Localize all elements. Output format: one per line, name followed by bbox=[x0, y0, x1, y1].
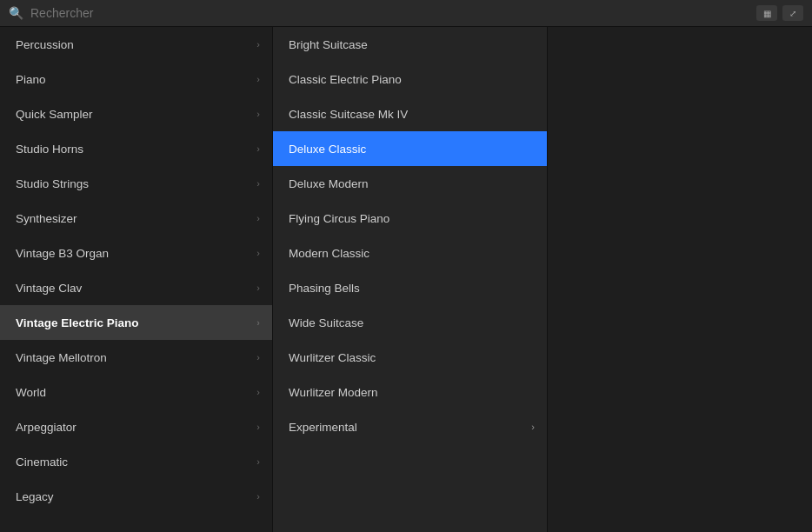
chevron-right-icon: › bbox=[256, 456, 260, 467]
left-menu-item-piano[interactable]: Piano› bbox=[0, 62, 272, 96]
shrink-button[interactable]: ⤢ bbox=[782, 5, 803, 21]
chevron-right-icon: › bbox=[256, 109, 260, 119]
left-column: Percussion›Piano›Quick Sampler›Studio Ho… bbox=[0, 27, 273, 532]
left-menu-item-vintage-b3-organ[interactable]: Vintage B3 Organ› bbox=[0, 236, 272, 270]
grid-view-button[interactable]: ▦ bbox=[756, 5, 777, 21]
search-actions: ▦ ⤢ bbox=[756, 5, 803, 21]
right-menu-item-classic-suitcase-mk-iv[interactable]: Classic Suitcase Mk IV bbox=[273, 96, 547, 131]
sub-item-label: Modern Classic bbox=[289, 247, 369, 260]
search-icon: 🔍 bbox=[9, 6, 23, 20]
chevron-right-icon: › bbox=[256, 248, 260, 258]
menu-item-label: Piano bbox=[16, 73, 46, 86]
detail-column bbox=[548, 27, 812, 532]
sub-item-label: Flying Circus Piano bbox=[289, 212, 389, 225]
menu-item-label: World bbox=[16, 386, 46, 399]
left-menu-item-quick-sampler[interactable]: Quick Sampler› bbox=[0, 96, 272, 131]
chevron-right-icon: › bbox=[256, 283, 260, 293]
left-menu-item-studio-horns[interactable]: Studio Horns› bbox=[0, 131, 272, 166]
right-column: Bright SuitcaseClassic Electric PianoCla… bbox=[273, 27, 548, 532]
chevron-right-icon: › bbox=[256, 39, 260, 50]
chevron-right-icon: › bbox=[256, 352, 260, 362]
right-menu-item-deluxe-modern[interactable]: Deluxe Modern bbox=[273, 166, 547, 201]
menu-item-label: Vintage Mellotron bbox=[16, 351, 107, 364]
right-menu-item-flying-circus-piano[interactable]: Flying Circus Piano bbox=[273, 201, 547, 236]
chevron-right-icon: › bbox=[256, 213, 260, 223]
menu-item-label: Arpeggiator bbox=[16, 421, 77, 434]
left-menu-item-world[interactable]: World› bbox=[0, 375, 272, 409]
sub-item-label: Classic Suitcase Mk IV bbox=[289, 108, 408, 121]
left-menu-item-studio-strings[interactable]: Studio Strings› bbox=[0, 166, 272, 201]
left-menu-item-vintage-mellotron[interactable]: Vintage Mellotron› bbox=[0, 340, 272, 375]
menu-item-label: Vintage Clav bbox=[16, 282, 82, 295]
left-menu-item-percussion[interactable]: Percussion› bbox=[0, 27, 272, 62]
menu-item-label: Vintage B3 Organ bbox=[16, 247, 109, 260]
menu-item-label: Legacy bbox=[16, 490, 54, 503]
sub-item-label: Wurlitzer Classic bbox=[289, 351, 376, 364]
left-menu-item-vintage-clav[interactable]: Vintage Clav› bbox=[0, 270, 272, 305]
right-menu-item-wurlitzer-classic[interactable]: Wurlitzer Classic bbox=[273, 340, 547, 375]
sub-item-label: Wurlitzer Modern bbox=[289, 386, 378, 399]
sub-item-label: Classic Electric Piano bbox=[289, 73, 402, 86]
chevron-right-icon: › bbox=[256, 491, 260, 502]
right-menu-item-phasing-bells[interactable]: Phasing Bells bbox=[273, 270, 547, 305]
chevron-right-icon: › bbox=[256, 317, 260, 328]
right-menu-item-modern-classic[interactable]: Modern Classic bbox=[273, 236, 547, 270]
content-area: Percussion›Piano›Quick Sampler›Studio Ho… bbox=[0, 27, 812, 532]
menu-item-label: Percussion bbox=[16, 38, 74, 51]
sub-item-label: Deluxe Classic bbox=[289, 143, 366, 156]
left-menu-item-vintage-electric-piano[interactable]: Vintage Electric Piano› bbox=[0, 305, 272, 340]
left-menu-item-arpeggiator[interactable]: Arpeggiator› bbox=[0, 409, 272, 444]
search-input[interactable] bbox=[30, 6, 749, 20]
chevron-right-icon: › bbox=[256, 143, 260, 154]
chevron-right-icon: › bbox=[256, 74, 260, 84]
right-menu-item-bright-suitcase[interactable]: Bright Suitcase bbox=[273, 27, 547, 62]
menu-item-label: Studio Horns bbox=[16, 143, 83, 156]
menu-item-label: Cinematic bbox=[16, 456, 68, 469]
sub-item-label: Wide Suitcase bbox=[289, 316, 363, 329]
chevron-right-icon: › bbox=[256, 178, 260, 189]
chevron-right-icon: › bbox=[256, 387, 260, 397]
right-menu-item-wurlitzer-modern[interactable]: Wurlitzer Modern bbox=[273, 375, 547, 409]
chevron-right-icon: › bbox=[531, 422, 535, 432]
search-bar: 🔍 ▦ ⤢ bbox=[0, 0, 812, 27]
sub-item-label: Experimental bbox=[289, 421, 357, 434]
sub-item-label: Bright Suitcase bbox=[289, 38, 368, 51]
left-menu-item-cinematic[interactable]: Cinematic› bbox=[0, 444, 272, 479]
menu-item-label: Studio Strings bbox=[16, 177, 89, 190]
right-menu-item-deluxe-classic[interactable]: Deluxe Classic bbox=[273, 131, 547, 166]
right-menu-item-experimental[interactable]: Experimental› bbox=[273, 409, 547, 444]
right-menu-item-classic-electric-piano[interactable]: Classic Electric Piano bbox=[273, 62, 547, 96]
menu-item-label: Synthesizer bbox=[16, 212, 77, 225]
sub-item-label: Phasing Bells bbox=[289, 282, 360, 295]
chevron-right-icon: › bbox=[256, 422, 260, 432]
left-menu-item-synthesizer[interactable]: Synthesizer› bbox=[0, 201, 272, 236]
sub-item-label: Deluxe Modern bbox=[289, 177, 369, 190]
menu-item-label: Quick Sampler bbox=[16, 108, 93, 121]
left-menu-item-legacy[interactable]: Legacy› bbox=[0, 479, 272, 514]
right-menu-item-wide-suitcase[interactable]: Wide Suitcase bbox=[273, 305, 547, 340]
menu-item-label: Vintage Electric Piano bbox=[16, 316, 139, 329]
